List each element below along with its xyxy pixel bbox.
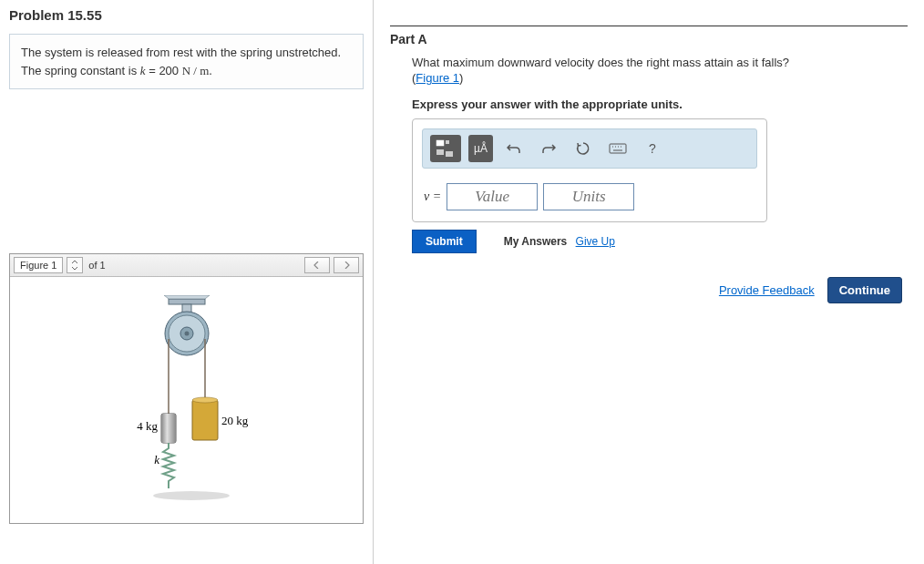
- svg-point-12: [153, 491, 230, 500]
- svg-rect-15: [436, 149, 444, 155]
- svg-rect-0: [169, 299, 205, 304]
- help-button[interactable]: ?: [639, 136, 666, 161]
- pulley-diagram: 4 kg 20 kg k: [105, 295, 269, 505]
- figure-header: Figure 1 of 1: [10, 254, 363, 277]
- figure-panel: Figure 1 of 1: [9, 253, 364, 524]
- svg-rect-10: [192, 400, 218, 440]
- spring-label: k: [154, 453, 159, 467]
- figure-link[interactable]: Figure 1: [416, 71, 459, 85]
- period: .: [209, 64, 212, 77]
- problem-title: Problem 15.55: [9, 7, 364, 23]
- question-text: What maximum downward velocity does the …: [412, 56, 908, 69]
- problem-statement: The system is released from rest with th…: [9, 34, 364, 89]
- redo-button[interactable]: [535, 136, 562, 161]
- variable-label: v =: [424, 190, 441, 204]
- part-title: Part A: [390, 32, 908, 46]
- figure-count: of 1: [88, 260, 105, 271]
- answer-box: µÅ ? v =: [412, 118, 767, 222]
- figure-next-button[interactable]: [334, 257, 359, 273]
- units-text: N / m: [182, 64, 210, 77]
- figure-prev-button[interactable]: [304, 257, 330, 273]
- figure-selector[interactable]: [67, 257, 83, 273]
- svg-rect-16: [446, 151, 453, 157]
- input-row: v =: [422, 179, 757, 212]
- undo-button[interactable]: [500, 136, 528, 161]
- svg-point-5: [184, 332, 189, 336]
- svg-rect-13: [436, 140, 444, 146]
- provide-feedback-link[interactable]: Provide Feedback: [719, 283, 815, 297]
- figure-body: 4 kg 20 kg k: [10, 277, 363, 523]
- equals-text: = 200: [146, 64, 182, 77]
- action-row: Submit My Answers Give Up: [412, 230, 908, 253]
- units-input[interactable]: [543, 183, 634, 210]
- my-answers-label: My Answers: [504, 235, 568, 248]
- units-button[interactable]: µÅ: [468, 135, 493, 162]
- mass-right-label: 20 kg: [221, 414, 249, 427]
- figure-label: Figure 1: [14, 257, 63, 273]
- submit-button[interactable]: Submit: [412, 230, 477, 253]
- answer-toolbar: µÅ ?: [422, 128, 757, 169]
- svg-point-11: [192, 397, 218, 403]
- value-input[interactable]: [447, 183, 538, 210]
- svg-rect-9: [161, 414, 176, 443]
- svg-rect-14: [446, 140, 449, 144]
- mass-left-label: 4 kg: [137, 419, 158, 433]
- divider: [390, 26, 908, 26]
- footer-row: Provide Feedback Continue: [390, 277, 908, 303]
- template-button[interactable]: [430, 135, 461, 162]
- svg-rect-17: [610, 144, 626, 153]
- continue-button[interactable]: Continue: [827, 277, 902, 303]
- reset-button[interactable]: [570, 136, 597, 161]
- give-up-link[interactable]: Give Up: [576, 235, 615, 248]
- instruction-text: Express your answer with the appropriate…: [412, 97, 908, 111]
- keyboard-button[interactable]: [604, 136, 631, 161]
